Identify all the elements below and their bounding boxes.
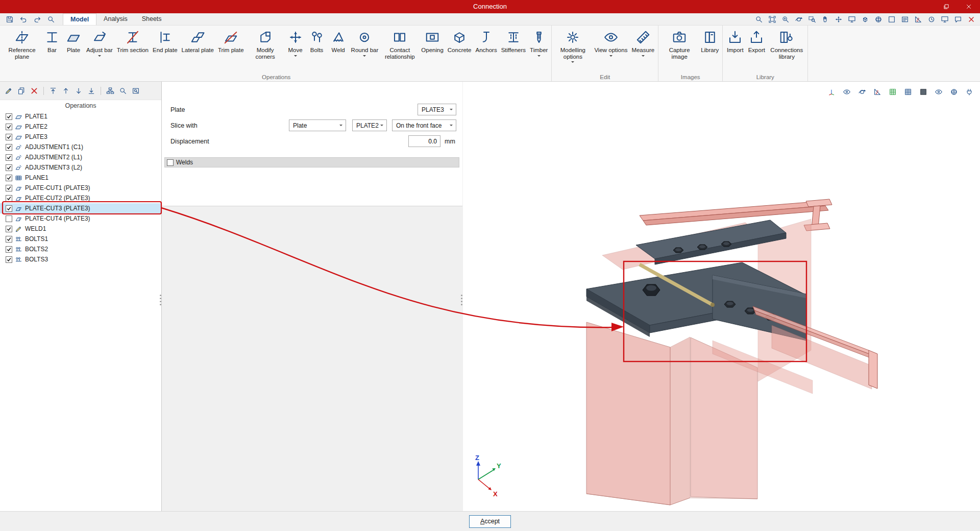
ribbon-button-modelling-options[interactable]: Modelling options bbox=[553, 27, 592, 66]
ribbon-button-bar[interactable]: Bar bbox=[41, 27, 63, 55]
pan-button[interactable] bbox=[820, 14, 831, 25]
supports-button[interactable] bbox=[964, 86, 975, 98]
ribbon-button-import[interactable]: Import bbox=[724, 27, 746, 55]
tree-item-adjustment1-c1[interactable]: ADJUSTMENT1 (C1) bbox=[0, 142, 161, 152]
view-sphere-button[interactable] bbox=[873, 14, 884, 25]
tree-item-plate3[interactable]: PLATE3 bbox=[0, 132, 161, 142]
solid-button[interactable] bbox=[918, 86, 929, 98]
ribbon-button-capture-image[interactable]: Capture image bbox=[660, 27, 699, 61]
visibility-button[interactable] bbox=[841, 86, 852, 98]
move-up-button[interactable] bbox=[60, 85, 71, 96]
slice-face-select[interactable]: On the front face bbox=[392, 119, 456, 131]
accept-button[interactable]: Accept bbox=[469, 515, 511, 528]
ribbon-button-plate[interactable]: Plate bbox=[63, 27, 84, 55]
ribbon-button-modify-corners[interactable]: Modify corners bbox=[246, 27, 285, 61]
dimensions-button[interactable] bbox=[872, 86, 883, 98]
welds-section-header[interactable]: Welds bbox=[164, 157, 459, 167]
ribbon-button-stiffeners[interactable]: Stiffeners bbox=[499, 27, 528, 55]
panel-splitter[interactable] bbox=[159, 292, 162, 307]
save-button[interactable] bbox=[4, 14, 15, 25]
restore-window-button[interactable] bbox=[935, 0, 958, 13]
welds-checkbox[interactable] bbox=[167, 159, 174, 166]
tree-item-adjustment3-l2[interactable]: ADJUSTMENT3 (L2) bbox=[0, 162, 161, 173]
move-down-button[interactable] bbox=[73, 85, 84, 96]
checkbox[interactable] bbox=[6, 185, 12, 191]
checkbox[interactable] bbox=[6, 256, 12, 263]
copy-button[interactable] bbox=[16, 85, 27, 96]
ribbon-button-trim-section[interactable]: Trim section bbox=[115, 27, 151, 55]
tree-item-plate2[interactable]: PLATE2 bbox=[0, 122, 161, 132]
orbit-button[interactable] bbox=[793, 14, 804, 25]
close-window-button[interactable] bbox=[958, 0, 980, 13]
ribbon-button-adjust-bar[interactable]: Adjust bar bbox=[84, 27, 115, 60]
presentation-button[interactable] bbox=[939, 14, 950, 25]
view-solid-button[interactable] bbox=[860, 14, 871, 25]
checkbox[interactable] bbox=[6, 144, 12, 151]
checkbox[interactable] bbox=[6, 246, 12, 253]
ribbon-button-timber[interactable]: Timber bbox=[528, 27, 550, 60]
delete-button[interactable] bbox=[29, 85, 40, 96]
redo-button[interactable] bbox=[32, 14, 43, 25]
ribbon-button-concrete[interactable]: Concrete bbox=[446, 27, 474, 55]
ribbon-button-weld[interactable]: Weld bbox=[328, 27, 349, 55]
zoom-extents-button[interactable] bbox=[767, 14, 778, 25]
ribbon-button-trim-plate[interactable]: Trim plate bbox=[216, 27, 246, 55]
ribbon-button-opening[interactable]: Opening bbox=[419, 27, 445, 55]
3d-model-view[interactable]: Z Y X bbox=[463, 82, 980, 511]
view-notes-button[interactable] bbox=[899, 14, 911, 25]
checkbox[interactable] bbox=[6, 154, 12, 161]
mesh-button[interactable] bbox=[902, 86, 914, 98]
lcs-button[interactable] bbox=[826, 86, 837, 98]
tree-item-plate1[interactable]: PLATE1 bbox=[0, 111, 161, 122]
view-wireframe-button[interactable] bbox=[886, 14, 897, 25]
preview-button[interactable] bbox=[130, 85, 141, 96]
fit-screen-button[interactable] bbox=[846, 14, 857, 25]
tab-sheets[interactable]: Sheets bbox=[135, 13, 169, 25]
ribbon-button-reference-plane[interactable]: Reference plane bbox=[3, 27, 41, 61]
tree-item-bolts2[interactable]: BOLTS2 bbox=[0, 244, 161, 254]
checkbox[interactable] bbox=[6, 226, 12, 232]
move-last-button[interactable] bbox=[86, 85, 97, 96]
checkbox[interactable] bbox=[6, 205, 12, 212]
checkbox[interactable] bbox=[6, 113, 12, 120]
ribbon-button-move[interactable]: Move bbox=[285, 27, 306, 60]
mesh-on-button[interactable] bbox=[887, 86, 898, 98]
checkbox[interactable] bbox=[6, 236, 12, 243]
ribbon-button-lateral-plate[interactable]: Lateral plate bbox=[180, 27, 216, 55]
ribbon-button-connections-library[interactable]: Connections library bbox=[767, 27, 806, 61]
move-first-button[interactable] bbox=[47, 85, 59, 96]
slice-plate-select[interactable]: PLATE2 bbox=[352, 119, 387, 131]
displacement-input[interactable]: 0.0 bbox=[408, 135, 440, 147]
checkbox[interactable] bbox=[6, 175, 12, 181]
measure-view-button[interactable] bbox=[913, 14, 924, 25]
undo-button[interactable] bbox=[18, 14, 29, 25]
group-view-button[interactable] bbox=[105, 85, 116, 96]
edit-button[interactable] bbox=[3, 85, 14, 96]
tree-item-plate-cut3-plate3[interactable]: PLATE-CUT3 (PLATE3) bbox=[0, 203, 161, 213]
ribbon-button-contact-relationship[interactable]: Contact relationship bbox=[380, 27, 419, 61]
tree-item-weld1[interactable]: WELD1 bbox=[0, 224, 161, 234]
tab-analysis[interactable]: Analysis bbox=[96, 13, 135, 25]
checkbox[interactable] bbox=[6, 215, 12, 222]
tree-item-plate-cut4-plate3[interactable]: PLATE-CUT4 (PLATE3) bbox=[0, 213, 161, 224]
tree-item-plate-cut2-plate3[interactable]: PLATE-CUT2 (PLATE3) bbox=[0, 193, 161, 203]
tree-item-bolts3[interactable]: BOLTS3 bbox=[0, 254, 161, 264]
panel-splitter[interactable] bbox=[460, 292, 463, 307]
ribbon-button-view-options[interactable]: View options bbox=[592, 27, 629, 60]
ribbon-button-library[interactable]: Library bbox=[699, 27, 721, 55]
plate-select[interactable]: PLATE3 bbox=[418, 104, 456, 115]
ribbon-button-measure[interactable]: Measure bbox=[629, 27, 656, 60]
checkbox[interactable] bbox=[6, 195, 12, 202]
comments-button[interactable] bbox=[952, 14, 964, 25]
close-panel-button[interactable] bbox=[966, 14, 977, 25]
tree-item-plate-cut1-plate3[interactable]: PLATE-CUT1 (PLATE3) bbox=[0, 183, 161, 193]
zoom-window-button[interactable] bbox=[806, 14, 818, 25]
zoom-in-button[interactable] bbox=[780, 14, 791, 25]
ribbon-button-round-bar[interactable]: Round bar bbox=[349, 27, 381, 60]
move-view-button[interactable] bbox=[833, 14, 844, 25]
search-tree-button[interactable] bbox=[117, 85, 129, 96]
ribbon-button-anchors[interactable]: Anchors bbox=[473, 27, 499, 55]
slice-type-select[interactable]: Plate bbox=[289, 119, 346, 131]
tree-item-adjustment2-l1[interactable]: ADJUSTMENT2 (L1) bbox=[0, 152, 161, 162]
search-button[interactable] bbox=[45, 14, 57, 25]
